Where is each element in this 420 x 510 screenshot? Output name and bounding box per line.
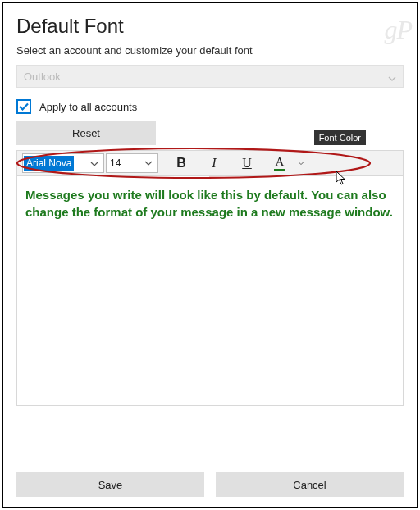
account-dropdown-value: Outlook xyxy=(24,71,61,83)
reset-button[interactable]: Reset xyxy=(16,121,156,145)
italic-button[interactable]: I xyxy=(198,151,231,175)
chevron-down-icon xyxy=(144,158,156,170)
font-color-tooltip: Font Color xyxy=(314,130,366,145)
account-dropdown[interactable]: Outlook xyxy=(16,65,404,88)
preview-area[interactable]: Messages you write will look like this b… xyxy=(16,176,404,406)
format-toolbar: Arial Nova 14 B I U A xyxy=(16,150,404,176)
chevron-down-icon xyxy=(298,160,304,166)
checkmark-icon xyxy=(18,101,30,112)
underline-button[interactable]: U xyxy=(231,151,263,175)
font-color-icon: A xyxy=(274,156,285,171)
font-name-value: Arial Nova xyxy=(24,156,74,171)
save-button[interactable]: Save xyxy=(16,472,204,497)
chevron-down-icon xyxy=(90,158,102,170)
preview-text: Messages you write will look like this b… xyxy=(25,186,395,221)
bold-button[interactable]: B xyxy=(165,151,198,175)
apply-all-label: Apply to all accounts xyxy=(39,101,137,113)
font-size-value: 14 xyxy=(110,157,121,169)
page-title: Default Font xyxy=(16,15,404,38)
cancel-button[interactable]: Cancel xyxy=(216,472,404,497)
chevron-down-icon xyxy=(388,73,396,85)
apply-all-checkbox[interactable] xyxy=(16,99,31,114)
font-name-dropdown[interactable]: Arial Nova xyxy=(22,153,104,173)
font-size-dropdown[interactable]: 14 xyxy=(106,153,158,173)
font-color-button[interactable]: A xyxy=(263,151,296,175)
font-color-dropdown[interactable] xyxy=(296,151,306,175)
subtitle: Select an account and customize your def… xyxy=(16,44,404,57)
